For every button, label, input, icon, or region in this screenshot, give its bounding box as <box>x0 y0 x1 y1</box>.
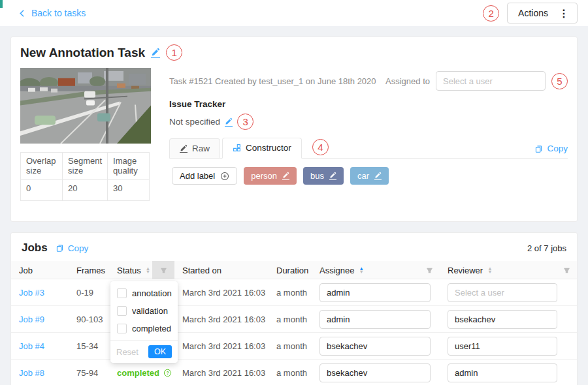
duration-value: a month <box>276 315 307 324</box>
plus-circle-icon <box>220 172 229 181</box>
table-row: Job #3 0-19 March 3rd 2021 16:03 a month <box>11 279 577 306</box>
back-link-label: Back to tasks <box>31 8 86 18</box>
filter-ok-button[interactable]: OK <box>148 345 172 358</box>
param-value: 30 <box>108 180 150 201</box>
job-link[interactable]: Job #3 <box>19 288 44 298</box>
actions-button[interactable]: Actions ⋮ <box>507 3 578 23</box>
edit-label-icon[interactable] <box>374 172 382 180</box>
edit-label-icon[interactable] <box>282 172 289 180</box>
edit-issue-tracker-icon[interactable] <box>225 117 233 127</box>
tab-raw-label: Raw <box>192 144 210 153</box>
param-header: Image quality <box>108 153 150 180</box>
tab-constructor-label: Constructor <box>246 143 291 153</box>
param-value: 0 <box>21 180 63 201</box>
task-preview-image <box>20 68 151 144</box>
reviewer-filter-icon[interactable] <box>563 267 570 274</box>
question-circle-icon[interactable]: ? <box>163 369 172 377</box>
task-page: Back to tasks 2 Actions ⋮ New Annotation… <box>0 0 588 385</box>
tab-raw[interactable]: Raw <box>169 138 220 158</box>
edit-title-icon[interactable] <box>151 48 160 58</box>
checkbox[interactable] <box>117 324 127 333</box>
status-filter-icon[interactable] <box>152 261 174 279</box>
filter-option-label: validation <box>132 306 168 316</box>
assignee-input[interactable] <box>319 283 431 302</box>
assignee-input[interactable] <box>319 363 431 382</box>
add-label-button[interactable]: Add label <box>172 167 237 185</box>
jobs-count: 2 of 7 jobs <box>527 243 566 253</box>
pencil-icon <box>180 144 188 153</box>
assignee-sorter[interactable]: ▲▼ <box>359 267 363 274</box>
filter-option-annotation[interactable]: annotation <box>110 285 178 302</box>
back-to-tasks-link[interactable]: Back to tasks <box>18 8 86 18</box>
duration-value: a month <box>276 341 307 351</box>
label-name: car <box>357 171 369 181</box>
started-value: March 3rd 2021 16:03 <box>182 341 265 351</box>
build-blocks-icon <box>233 144 241 152</box>
param-header: Segment size <box>63 153 108 180</box>
jobs-copy-link[interactable]: Copy <box>56 243 89 253</box>
ellipsis-vertical-icon: ⋮ <box>559 7 569 20</box>
label-chip-person[interactable]: person <box>244 167 297 185</box>
edge-artifact <box>0 0 3 8</box>
job-link[interactable]: Job #4 <box>19 341 44 351</box>
copy-icon <box>534 144 543 153</box>
chevron-left-icon <box>18 9 25 18</box>
col-reviewer: Reviewer <box>448 266 483 275</box>
task-meta-text: Task #1521 Created by test_user_1 on Jun… <box>169 76 376 86</box>
jobs-table: Job Frames Status ▲▼ Started on Duration… <box>11 261 577 385</box>
annotation-circle-5: 5 <box>551 73 568 89</box>
param-header: Overlap size <box>21 153 63 180</box>
jobs-table-header: Job Frames Status ▲▼ Started on Duration… <box>11 261 577 279</box>
label-name: person <box>251 171 277 181</box>
svg-text:?: ? <box>166 370 169 375</box>
jobs-title: Jobs <box>22 241 48 254</box>
filter-option-label: annotation <box>132 288 172 298</box>
label-chip-car[interactable]: car <box>350 167 389 185</box>
col-frames: Frames <box>76 266 105 275</box>
tab-constructor[interactable]: Constructor <box>222 138 302 159</box>
label-chip-bus[interactable]: bus <box>303 167 344 185</box>
assignee-filter-icon[interactable] <box>426 267 433 274</box>
funnel-icon <box>160 267 167 274</box>
job-link[interactable]: Job #9 <box>19 315 44 324</box>
status-sorter[interactable]: ▲▼ <box>146 267 150 274</box>
annotation-circle-1: 1 <box>166 44 182 61</box>
annotation-circle-2: 2 <box>483 5 499 22</box>
copy-icon <box>56 243 64 253</box>
top-bar: Back to tasks 2 Actions ⋮ <box>0 0 588 26</box>
reviewer-input[interactable] <box>448 337 557 356</box>
param-value: 20 <box>63 180 108 201</box>
add-label-text: Add label <box>180 171 215 181</box>
assignee-input[interactable] <box>319 310 431 329</box>
filter-option-label: completed <box>132 324 171 333</box>
checkbox[interactable] <box>117 306 127 316</box>
assignee-input[interactable] <box>319 337 431 356</box>
issue-tracker-label: Issue Tracker <box>169 99 568 109</box>
filter-option-validation[interactable]: validation <box>110 302 178 320</box>
duration-value: a month <box>276 288 307 298</box>
started-value: March 3rd 2021 16:03 <box>182 368 265 378</box>
col-duration: Duration <box>276 266 308 275</box>
reviewer-input[interactable] <box>448 310 557 329</box>
reviewer-input[interactable] <box>448 363 557 382</box>
reviewer-sorter[interactable]: ▲▼ <box>487 267 492 274</box>
reviewer-input[interactable] <box>448 283 557 302</box>
job-link[interactable]: Job #8 <box>19 368 44 378</box>
labels-editor: Raw Constructor 4 <box>169 138 568 193</box>
col-started: Started on <box>182 266 221 275</box>
issue-tracker-value: Not specified <box>169 117 220 127</box>
labels-copy-link[interactable]: Copy <box>534 144 568 153</box>
col-status: Status <box>117 266 141 275</box>
filter-option-completed[interactable]: completed <box>110 320 178 337</box>
frames-value: 90-103 <box>76 315 103 324</box>
assigned-to-input[interactable] <box>436 71 546 91</box>
col-assignee: Assignee <box>319 266 354 275</box>
checkbox[interactable] <box>117 288 127 298</box>
table-row: Job #4 15-34 March 3rd 2021 16:03 a mont… <box>11 333 577 360</box>
filter-reset-button[interactable]: Reset <box>116 347 139 357</box>
task-parameters-table: Overlap size Segment size Image quality … <box>20 152 150 201</box>
edit-label-icon[interactable] <box>329 172 336 180</box>
actions-label: Actions <box>518 8 548 18</box>
status-filter-dropdown: annotation validation completed Reset OK <box>110 281 178 363</box>
task-title: New Annotation Task <box>20 46 145 60</box>
